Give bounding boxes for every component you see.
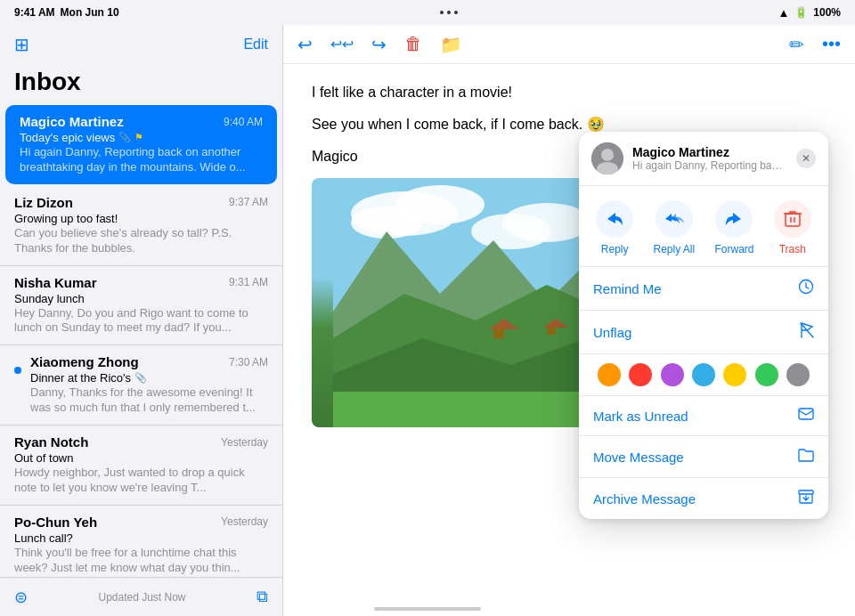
reply-all-button[interactable]: ↩↩: [330, 36, 354, 53]
email-time: Yesterday: [221, 515, 268, 528]
forward-button[interactable]: ↪: [371, 34, 387, 55]
attachment-icon: 📎: [134, 372, 147, 384]
color-dot-purple[interactable]: [661, 363, 684, 386]
svg-rect-14: [547, 328, 556, 335]
email-item[interactable]: Po-Chun Yeh Yesterday Lunch call? Think …: [0, 506, 282, 577]
color-dot-orange[interactable]: [598, 363, 621, 386]
archive-message-label: Archive Message: [593, 491, 696, 507]
remind-me-item[interactable]: Remind Me: [579, 267, 828, 311]
dot3: [454, 11, 458, 14]
status-date: Mon Jun 10: [61, 6, 119, 19]
email-sender: Liz Dizon: [14, 195, 73, 210]
content-toolbar: ↩ ↩↩ ↪ 🗑 📁 ✏ •••: [283, 25, 855, 64]
remind-me-icon: [798, 279, 814, 298]
compose-button[interactable]: ✏: [789, 34, 804, 55]
email-preview: Hi again Danny, Reporting back on anothe…: [20, 145, 263, 175]
email-time: 9:37 AM: [229, 196, 268, 208]
color-dot-gray[interactable]: [786, 363, 810, 386]
inbox-title: Inbox: [0, 64, 282, 103]
email-subject: Growing up too fast!: [14, 212, 268, 225]
popup-forward-button[interactable]: Forward: [714, 200, 753, 255]
popup-avatar: [591, 142, 623, 174]
dot1: [440, 11, 444, 14]
status-time: 9:41 AM: [14, 6, 55, 19]
reply-all-label: Reply All: [653, 243, 695, 255]
edit-button[interactable]: Edit: [243, 36, 268, 53]
email-item[interactable]: Xiaomeng Zhong 7:30 AM Dinner at the Ric…: [0, 345, 282, 426]
popup-reply-button[interactable]: Reply: [596, 200, 633, 255]
popup-trash-button[interactable]: Trash: [774, 200, 811, 255]
battery-level: 100%: [813, 6, 841, 19]
email-subject: Out of town: [14, 451, 268, 465]
email-subject: Lunch call?: [14, 531, 268, 545]
svg-point-5: [502, 203, 591, 242]
email-subject: Today's epic views 📎 ⚑: [20, 131, 263, 144]
email-item[interactable]: Liz Dizon 9:37 AM Growing up too fast! C…: [0, 186, 282, 266]
flag-icon: ⚑: [134, 132, 143, 143]
unflag-icon: [800, 322, 814, 342]
email-time: Yesterday: [221, 436, 268, 449]
more-button[interactable]: •••: [822, 34, 841, 54]
main-container: ⊞ Edit Inbox Magico Martinez 9:40 AM Tod…: [0, 25, 855, 616]
popup-close-button[interactable]: ✕: [796, 149, 816, 168]
copy-icon[interactable]: ⧉: [256, 588, 268, 606]
email-item[interactable]: Ryan Notch Yesterday Out of town Howdy n…: [0, 426, 282, 506]
status-bar: 9:41 AM Mon Jun 10 ▲ 🔋 100%: [0, 0, 855, 25]
reply-icon: [596, 200, 633, 238]
wifi-icon: ▲: [778, 6, 789, 20]
archive-message-icon: [798, 490, 814, 507]
color-dot-teal[interactable]: [692, 363, 715, 386]
email-subject: Dinner at the Rico's 📎: [30, 371, 268, 385]
email-item[interactable]: Nisha Kumar 9:31 AM Sunday lunch Hey Dan…: [0, 266, 282, 346]
mark-unread-label: Mark as Unread: [593, 409, 688, 424]
popup-sender-preview: Hi again Danny, Reporting back o...: [632, 159, 787, 172]
archive-message-item[interactable]: Archive Message: [579, 478, 828, 519]
svg-rect-23: [799, 409, 813, 419]
email-item[interactable]: Magico Martinez 9:40 AM Today's epic vie…: [5, 105, 277, 184]
email-preview: Howdy neighbor, Just wanted to drop a qu…: [14, 466, 268, 496]
email-sender: Nisha Kumar: [14, 275, 97, 290]
mark-unread-icon: [798, 408, 814, 424]
sidebar-toolbar: ⊞ Edit: [0, 25, 282, 64]
trash-button[interactable]: 🗑: [404, 34, 422, 54]
popup-reply-all-button[interactable]: Reply All: [653, 200, 695, 255]
sidebar-footer: ⊜ Updated Just Now ⧉: [0, 577, 282, 616]
email-sender: Ryan Notch: [14, 434, 88, 450]
reply-label: Reply: [601, 243, 629, 255]
mark-unread-item[interactable]: Mark as Unread: [579, 396, 828, 436]
color-dots-row: [579, 354, 828, 396]
email-time: 9:40 AM: [224, 116, 263, 128]
color-dot-yellow[interactable]: [723, 363, 746, 386]
email-sender: Xiaomeng Zhong: [30, 354, 139, 369]
move-message-icon: [798, 448, 814, 466]
trash-label: Trash: [779, 243, 806, 255]
email-sidebar: ⊞ Edit Inbox Magico Martinez 9:40 AM Tod…: [0, 25, 283, 616]
folder-button[interactable]: 📁: [440, 34, 462, 55]
sidebar-toggle-button[interactable]: ⊞: [14, 34, 29, 55]
dot2: [447, 11, 451, 14]
unflag-label: Unflag: [593, 325, 631, 340]
email-list: Magico Martinez 9:40 AM Today's epic vie…: [0, 103, 282, 577]
unread-dot: [14, 367, 21, 374]
email-sender: Po-Chun Yeh: [14, 515, 97, 530]
move-message-item[interactable]: Move Message: [579, 436, 828, 478]
reply-button[interactable]: ↩: [297, 34, 313, 55]
unflag-item[interactable]: Unflag: [579, 311, 828, 354]
popup-actions-row: Reply Reply All: [579, 186, 828, 267]
battery-icon: 🔋: [794, 6, 808, 19]
color-dot-green[interactable]: [755, 363, 778, 386]
svg-rect-24: [799, 490, 813, 494]
trash-icon: [774, 200, 811, 238]
svg-point-18: [601, 149, 614, 161]
email-body-line1: I felt like a character in a movie!: [312, 82, 826, 103]
color-dot-red[interactable]: [629, 363, 652, 386]
home-indicator: [374, 607, 481, 611]
email-preview: Can you believe she's already so tall? P…: [14, 226, 268, 256]
popup-sender-name: Magico Martinez: [632, 145, 787, 159]
svg-rect-20: [786, 214, 800, 226]
popup-header: Magico Martinez Hi again Danny, Reportin…: [579, 132, 828, 186]
filter-icon[interactable]: ⊜: [14, 588, 28, 607]
forward-icon: [715, 200, 753, 238]
remind-me-label: Remind Me: [593, 281, 662, 296]
email-preview: Hey Danny, Do you and Rigo want to come …: [14, 306, 268, 336]
